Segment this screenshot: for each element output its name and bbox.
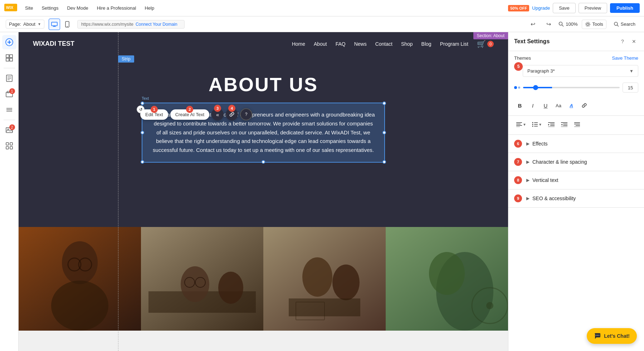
sidebar-icon-dashboard[interactable] — [2, 51, 16, 65]
list-style-dropdown[interactable]: ▼ — [530, 120, 544, 128]
sidebar-icon-add[interactable] — [2, 35, 16, 49]
vertical-text-header[interactable]: 8 ▶ Vertical text — [508, 171, 644, 189]
svg-rect-17 — [10, 55, 13, 58]
sidebar-icon-media[interactable]: 2 — [2, 123, 16, 137]
panel-close-icon[interactable]: ✕ — [630, 37, 638, 46]
text-direction-button[interactable] — [571, 119, 583, 130]
menu-help[interactable]: Help — [141, 3, 158, 13]
upgrade-link[interactable]: Upgrade — [532, 5, 550, 11]
sidebar-icon-layers[interactable] — [2, 103, 16, 117]
site-brand: WIXADI TEST — [33, 40, 74, 48]
dot-2 — [518, 86, 520, 89]
menu-site[interactable]: Site — [21, 3, 36, 13]
font-slider-dots — [514, 86, 520, 89]
character-spacing-header[interactable]: 7 ▶ Character & line spacing — [508, 153, 644, 171]
page-label: Page: — [9, 21, 21, 27]
handle-br[interactable] — [382, 160, 386, 164]
svg-rect-2 — [52, 22, 57, 26]
seo-accessibility-header[interactable]: 9 ▶ SEO & accessibility — [508, 189, 644, 207]
align-left-dropdown[interactable]: ▼ — [514, 120, 528, 128]
handle-tl[interactable] — [141, 102, 144, 105]
text-case-button[interactable]: Aa — [553, 100, 564, 111]
step-badge-7: 7 — [514, 158, 522, 166]
undo-button[interactable]: ↩ — [527, 19, 538, 30]
svg-point-79 — [596, 335, 596, 336]
paragraph-selector[interactable]: Paragraph 3* ▼ — [523, 65, 638, 77]
font-size-input[interactable]: 15 — [623, 83, 638, 93]
about-section-wrapper: 1 Edit Text 2 Create AI Text 3 « 4 — [19, 55, 508, 331]
chat-label: Let's Chat! — [604, 333, 630, 339]
indent-decrease-button[interactable] — [558, 119, 570, 130]
search-button[interactable]: Search — [611, 20, 638, 29]
toolbar-right-group: ↩ ↪ 100% Tools Search — [527, 19, 638, 30]
svg-point-80 — [597, 335, 598, 336]
sidebar-icon-apps[interactable] — [2, 139, 16, 153]
panel-help-icon[interactable]: ? — [618, 37, 627, 46]
preview-button[interactable]: Preview — [579, 3, 607, 13]
align-dropdown-arrow: ▼ — [523, 123, 526, 127]
sidebar-icon-components[interactable]: 1 — [2, 87, 16, 101]
view-icons — [49, 19, 73, 30]
font-size-slider[interactable] — [523, 87, 620, 88]
link-format-button[interactable] — [579, 100, 590, 111]
help-button[interactable]: ? — [240, 108, 252, 120]
cart-badge: 0 — [487, 41, 494, 47]
publish-button[interactable]: Publish — [610, 3, 640, 13]
url-text: https://www.wix.com/mysite — [81, 22, 133, 27]
about-section-spacer — [40, 170, 487, 191]
text-settings-panel: Text Settings ? ✕ Themes Save Theme 5 Pa… — [508, 32, 644, 351]
handle-left[interactable] — [141, 131, 144, 134]
tools-button[interactable]: Tools — [582, 20, 606, 29]
sidebar-icon-pages[interactable] — [2, 71, 16, 85]
svg-point-37 — [51, 281, 108, 331]
effects-header[interactable]: 6 ▶ Effects — [508, 135, 644, 153]
chat-button[interactable]: Let's Chat! — [587, 328, 637, 344]
zoom-value: 100% — [566, 21, 577, 27]
vertical-text-label: Vertical text — [532, 177, 558, 183]
handle-right[interactable] — [382, 131, 386, 134]
page-selector[interactable]: Page: About ▼ — [6, 20, 44, 29]
menu-devmode[interactable]: Dev Mode — [63, 3, 92, 13]
svg-point-10 — [586, 22, 590, 26]
ai-text-btn-wrapper: 2 Create AI Text — [170, 109, 209, 120]
connect-domain-link[interactable]: Connect Your Domain — [136, 22, 177, 27]
step-badge-9: 9 — [514, 194, 522, 202]
mobile-view-btn[interactable] — [62, 19, 73, 30]
cart-icon[interactable]: 🛒 — [477, 40, 486, 48]
nav-link-blog[interactable]: Blog — [421, 41, 431, 47]
effects-section: 6 ▶ Effects — [508, 135, 644, 153]
handle-tr[interactable] — [382, 102, 386, 105]
nav-link-home[interactable]: Home — [292, 41, 305, 47]
text-element-label: Text — [142, 96, 149, 100]
site-nav-links: Home About FAQ News Contact Shop Blog Pr… — [292, 40, 494, 48]
svg-rect-34 — [10, 147, 13, 149]
top-menubar-right: 50% OFF Upgrade Save Preview Publish — [508, 3, 640, 13]
menu-hire[interactable]: Hire a Professional — [93, 3, 140, 13]
bold-button[interactable]: B — [514, 100, 526, 111]
svg-point-11 — [614, 22, 618, 25]
step-badge-3: 3 — [214, 105, 221, 112]
nav-link-faq[interactable]: FAQ — [336, 41, 346, 47]
nav-link-program[interactable]: Program List — [440, 41, 468, 47]
desktop-view-btn[interactable] — [49, 19, 60, 30]
nav-link-news[interactable]: News — [354, 41, 367, 47]
italic-button[interactable]: I — [527, 100, 538, 111]
menu-settings[interactable]: Settings — [38, 3, 62, 13]
handle-bottom[interactable] — [262, 160, 265, 164]
save-button[interactable]: Save — [553, 3, 576, 13]
save-theme-link[interactable]: Save Theme — [612, 55, 638, 61]
nav-link-contact[interactable]: Contact — [375, 41, 392, 47]
svg-point-56 — [486, 302, 493, 309]
nav-link-shop[interactable]: Shop — [401, 41, 413, 47]
redo-button[interactable]: ↪ — [543, 19, 554, 30]
indent-increase-button[interactable] — [546, 119, 557, 130]
vertical-text-section: 8 ▶ Vertical text — [508, 171, 644, 189]
nav-link-about[interactable]: About — [314, 41, 327, 47]
url-bar: https://www.wix.com/mysite Connect Your … — [77, 20, 185, 29]
svg-point-61 — [532, 122, 533, 123]
about-heading: ABOUT US — [40, 73, 487, 95]
step-badge-6: 6 — [514, 140, 522, 148]
handle-bl[interactable] — [141, 160, 144, 164]
text-style-button[interactable]: A — [566, 100, 577, 111]
underline-button[interactable]: U — [540, 100, 551, 111]
